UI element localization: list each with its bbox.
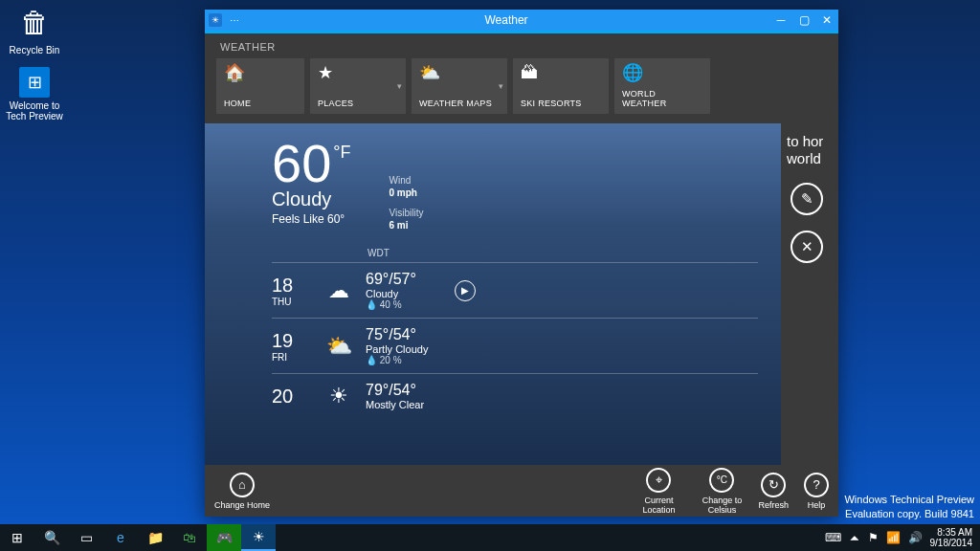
- timezone-label: WDT: [368, 248, 758, 258]
- tray-keyboard-icon[interactable]: ⌨: [825, 531, 841, 544]
- crosshair-icon: ⌖: [646, 468, 671, 493]
- tray-volume-icon[interactable]: 🔊: [908, 531, 923, 544]
- forecast-date: 20: [272, 386, 320, 408]
- forecast-hilo: 79°/54°: [366, 382, 424, 399]
- taskbar-store[interactable]: 🛍: [172, 524, 207, 551]
- nav-tile-home[interactable]: 🏠 HOME: [216, 58, 304, 114]
- nav-tile-places[interactable]: ★ PLACES ▾: [310, 58, 406, 114]
- titlebar: ☀ ⋯ Weather ─ ▢ ✕: [205, 10, 838, 31]
- forecast-precip: 💧 40 %: [366, 299, 416, 310]
- forecast-hilo: 69°/57°: [366, 271, 416, 288]
- current-temp: 60: [272, 137, 331, 190]
- windows-icon: ⊞: [28, 72, 42, 93]
- current-condition: Cloudy: [272, 188, 351, 210]
- recycle-bin-icon: 🗑: [20, 7, 49, 39]
- visibility-value: 6 mi: [390, 220, 424, 231]
- sun-icon: ☀: [320, 384, 358, 408]
- forecast-condition: Cloudy: [366, 288, 416, 299]
- minimize-button[interactable]: ─: [769, 10, 792, 31]
- nav-tile-ski-resorts[interactable]: 🏔 SKI RESORTS: [513, 58, 609, 114]
- forecast-condition: Partly Cloudy: [366, 343, 428, 355]
- nav-tile-label: SKI RESORTS: [521, 99, 582, 108]
- nav-tile-label: HOME: [224, 99, 251, 108]
- taskbar-xbox[interactable]: 🎮: [207, 524, 241, 551]
- change-to-celsius-button[interactable]: °C Change to Celsius: [695, 468, 748, 515]
- nav-tile-label: WORLD WEATHER: [622, 89, 702, 108]
- dismiss-button[interactable]: ✕: [791, 231, 823, 263]
- tray-network-icon[interactable]: 📶: [886, 531, 901, 544]
- appbar-label: Change to Celsius: [695, 496, 748, 515]
- refresh-icon: ↻: [761, 473, 786, 497]
- play-button[interactable]: ▶: [455, 280, 476, 301]
- taskbar: ⊞ 🔍 ▭ e 📁 🛍 🎮 ☀ ⌨ ⏶ ⚑ 📶 🔊 8:35 AM 9/18/2…: [0, 524, 980, 551]
- side-text-2: world: [787, 150, 833, 167]
- desktop-icon-label: Welcome to Tech Preview: [6, 100, 63, 121]
- temp-unit: °F: [333, 143, 350, 190]
- forecast-date: 18: [272, 275, 320, 297]
- content-area: 60 °F Cloudy Feels Like 60° Wind 0 mph V…: [205, 123, 838, 465]
- desktop-icon-label: Recycle Bin: [6, 45, 63, 55]
- taskbar-explorer[interactable]: 📁: [138, 524, 172, 551]
- desktop-icon-welcome[interactable]: ⊞ Welcome to Tech Preview: [6, 67, 63, 121]
- forecast-row[interactable]: 19 FRI ⛅ 75°/54° Partly Cloudy 💧 20 %: [272, 318, 758, 373]
- partly-cloudy-icon: ⛅: [320, 334, 358, 359]
- appbar-label: Refresh: [758, 500, 789, 510]
- change-home-button[interactable]: ⌂ Change Home: [214, 473, 270, 510]
- cloud-icon: ☁: [320, 278, 358, 303]
- window-title: Weather: [243, 13, 769, 27]
- nav-tile-label: WEATHER MAPS: [419, 99, 492, 108]
- taskbar-weather[interactable]: ☀: [241, 524, 276, 551]
- forecast-date: 19: [272, 330, 320, 352]
- close-button[interactable]: ✕: [815, 10, 838, 31]
- globe-icon: 🌐: [622, 64, 643, 81]
- current-location-button[interactable]: ⌖ Current Location: [632, 468, 685, 515]
- nav-tile-world-weather[interactable]: 🌐 WORLD WEATHER: [614, 58, 710, 114]
- nav-tiles: 🏠 HOME ★ PLACES ▾ ⛅ WEATHER MAPS ▾ 🏔 SKI…: [205, 58, 838, 123]
- wind-value: 0 mph: [390, 187, 424, 198]
- forecast-row[interactable]: 20 ☀ 79°/54° Mostly Clear: [272, 373, 758, 418]
- watermark-line1: Windows Technical Preview: [844, 493, 974, 506]
- edit-button[interactable]: ✎: [791, 183, 823, 215]
- appbar-label: Current Location: [632, 496, 685, 515]
- forecast-row[interactable]: 18 THU ☁ 69°/57° Cloudy 💧 40 % ▶: [272, 262, 758, 318]
- titlebar-more-icon[interactable]: ⋯: [226, 15, 243, 26]
- forecast-precip: 💧 20 %: [366, 355, 428, 365]
- weather-window: ☀ ⋯ Weather ─ ▢ ✕ WEATHER 🏠 HOME ★ PLACE…: [205, 10, 838, 517]
- nav-section-label: WEATHER: [205, 33, 838, 58]
- side-text-1: to hor: [787, 133, 833, 150]
- tray-flag-icon[interactable]: ⚑: [868, 531, 879, 544]
- desktop-icon-recycle-bin[interactable]: 🗑 Recycle Bin: [6, 4, 63, 55]
- celsius-icon: °C: [709, 468, 734, 493]
- cloud-sun-icon: ⛅: [419, 64, 440, 81]
- appbar-label: Help: [808, 500, 826, 510]
- home-pin-icon: ⌂: [230, 473, 255, 497]
- watermark-line2: Evaluation copy. Build 9841: [844, 507, 974, 520]
- visibility-label: Visibility: [390, 208, 424, 218]
- taskbar-clock[interactable]: 8:35 AM 9/18/2014: [930, 527, 973, 548]
- refresh-button[interactable]: ↻ Refresh: [758, 473, 789, 510]
- tray-chevron-up-icon[interactable]: ⏶: [849, 531, 860, 544]
- nav-tile-weather-maps[interactable]: ⛅ WEATHER MAPS ▾: [412, 58, 507, 114]
- question-icon: ?: [804, 473, 829, 497]
- chevron-down-icon[interactable]: ▾: [499, 81, 503, 91]
- clock-date: 9/18/2014: [930, 538, 973, 548]
- wind-label: Wind: [390, 175, 424, 186]
- start-button[interactable]: ⊞: [0, 524, 34, 551]
- taskbar-ie[interactable]: e: [103, 524, 138, 551]
- help-button[interactable]: ? Help: [804, 473, 829, 510]
- mountain-icon: 🏔: [521, 64, 538, 81]
- nav-tile-label: PLACES: [318, 99, 353, 108]
- forecast-condition: Mostly Clear: [366, 399, 424, 410]
- app-icon[interactable]: ☀: [209, 13, 222, 27]
- forecast-day: THU: [272, 297, 320, 307]
- maximize-button[interactable]: ▢: [792, 10, 815, 31]
- forecast-hilo: 75°/54°: [366, 326, 428, 343]
- forecast-list: 18 THU ☁ 69°/57° Cloudy 💧 40 % ▶ 19 FRI: [272, 262, 758, 418]
- star-icon: ★: [318, 64, 333, 81]
- chevron-down-icon[interactable]: ▾: [397, 81, 402, 91]
- app-bar: ⌂ Change Home ⌖ Current Location °C Chan…: [205, 465, 838, 517]
- task-view-button[interactable]: ▭: [69, 524, 103, 551]
- watermark: Windows Technical Preview Evaluation cop…: [844, 493, 974, 520]
- main-panel[interactable]: 60 °F Cloudy Feels Like 60° Wind 0 mph V…: [205, 123, 781, 465]
- search-button[interactable]: 🔍: [34, 524, 69, 551]
